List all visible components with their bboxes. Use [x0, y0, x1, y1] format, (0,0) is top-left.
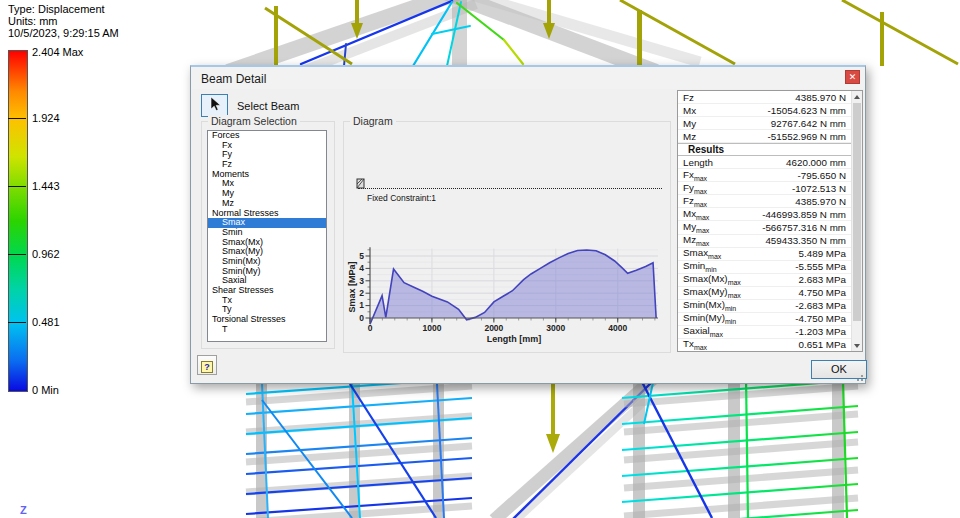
result-row: Fxmax-795.650 N	[678, 169, 851, 182]
result-row: Length4620.000 mm	[678, 156, 851, 169]
dialog-titlebar[interactable]: Beam Detail ✕	[191, 67, 865, 89]
svg-text:5: 5	[359, 251, 364, 261]
svg-text:4: 4	[359, 263, 364, 273]
result-row: Smax(Mx)max2.683 MPa	[678, 274, 851, 287]
legend-tick-label: 1.443	[32, 180, 60, 192]
select-beam-button[interactable]	[201, 94, 228, 117]
beam-schematic-line	[358, 188, 662, 189]
legend-tick-label: 0.962	[32, 248, 60, 260]
result-row: Fz4385.970 N	[678, 91, 851, 104]
svg-text:Length [mm]: Length [mm]	[487, 334, 542, 344]
legend-color-bar	[8, 50, 28, 392]
svg-text:3: 3	[359, 276, 364, 286]
result-row: Fymax-1072.513 N	[678, 182, 851, 195]
truss-apex-beams	[228, 0, 700, 72]
close-button[interactable]: ✕	[845, 70, 860, 84]
scrollbar-thumb[interactable]	[853, 103, 861, 321]
results-header-row: Results	[678, 143, 851, 156]
result-row: Saxialmax-1.203 MPa	[678, 326, 851, 339]
result-row: Mxmax-446993.859 N mm	[678, 208, 851, 221]
svg-text:2000: 2000	[484, 323, 503, 333]
load-arrowhead	[546, 434, 560, 453]
chevron-up-icon	[854, 95, 860, 99]
diagram-group-label: Diagram	[350, 115, 396, 127]
smax-length-chart: 01000200030004000012345Length [mm]Smax […	[346, 243, 668, 351]
result-row: Smin(My)min-4.750 MPa	[678, 313, 851, 326]
legend-tick	[8, 186, 26, 187]
fixed-constraint-icon	[355, 178, 367, 190]
diagram-selection-group-label: Diagram Selection	[208, 115, 300, 127]
center-brace	[494, 378, 654, 518]
legend-units-label: Units: mm	[8, 15, 58, 27]
legend-min-label: 0 Min	[32, 384, 59, 396]
result-row: Mz-51552.969 N mm	[678, 130, 851, 143]
legend-timestamp: 10/5/2023, 9:29:15 AM	[8, 27, 119, 39]
svg-text:3000: 3000	[546, 323, 565, 333]
legend-tick-label: 1.924	[32, 112, 60, 124]
svg-text:Smax [MPa]: Smax [MPa]	[347, 261, 357, 312]
beam-results-panel: Fz4385.970 NMx-15054.623 N mmMy92767.642…	[677, 90, 863, 352]
cursor-pointer-icon	[206, 95, 224, 113]
result-row: Mzmax459433.350 N mm	[678, 235, 851, 248]
diagram-selection-group: Diagram Selection ForcesFxFyFzMomentsMxM…	[201, 121, 335, 349]
svg-text:2: 2	[359, 288, 364, 298]
svg-text:0: 0	[368, 323, 373, 333]
diagram-selection-listbox[interactable]: ForcesFxFyFzMomentsMxMyMzNormal Stresses…	[207, 130, 327, 342]
z-axis-indicator: Z	[20, 504, 27, 516]
legend-max-label: 2.404 Max	[32, 46, 83, 58]
help-button[interactable]: ?	[197, 355, 217, 375]
result-row: My92767.642 N mm	[678, 117, 851, 130]
beam-detail-dialog: Beam Detail ✕ Select Beam Diagram Select…	[190, 65, 866, 384]
constraint-label: Fixed Constraint:1	[367, 193, 436, 203]
result-row: Mx-15054.623 N mm	[678, 104, 851, 117]
select-beam-label: Select Beam	[237, 100, 299, 112]
result-row: Fzmax4385.970 N	[678, 195, 851, 208]
legend-tick	[8, 118, 26, 119]
scroll-down-button[interactable]	[852, 340, 862, 351]
results-rows: Fz4385.970 NMx-15054.623 N mmMy92767.642…	[678, 91, 851, 351]
svg-text:0: 0	[359, 313, 364, 323]
results-scrollbar[interactable]	[851, 91, 862, 351]
dialog-title: Beam Detail	[201, 72, 266, 86]
svg-text:4000: 4000	[608, 323, 627, 333]
diagram-option-t[interactable]: T	[208, 325, 326, 335]
result-row: Smax(My)max4.750 MPa	[678, 287, 851, 300]
scroll-up-button[interactable]	[852, 91, 862, 102]
result-row: Smaxmax5.489 MPa	[678, 248, 851, 261]
result-row: Sminmin-5.555 MPa	[678, 261, 851, 274]
legend-tick-label: 0.481	[32, 316, 60, 328]
result-row: Smin(Mx)min-2.683 MPa	[678, 300, 851, 313]
svg-text:1000: 1000	[422, 323, 441, 333]
legend-type-label: Type: Displacement	[8, 3, 105, 15]
resize-grip[interactable]	[854, 372, 864, 382]
diagram-group: Diagram Fixed Constraint:1 0100020003000…	[343, 121, 671, 353]
help-icon: ?	[201, 361, 213, 373]
result-row: Txmax0.651 MPa	[678, 339, 851, 351]
svg-text:1: 1	[359, 300, 364, 310]
application-viewport: Type: Displacement Units: mm 10/5/2023, …	[0, 0, 960, 518]
roof-lattice-right	[622, 378, 858, 518]
roof-lattice-left	[246, 378, 472, 518]
legend-tick	[8, 322, 26, 323]
chevron-down-icon	[854, 344, 860, 348]
result-row: Mymax-566757.316 N mm	[678, 221, 851, 234]
result-legend: Type: Displacement Units: mm 10/5/2023, …	[0, 0, 130, 420]
legend-tick	[8, 254, 26, 255]
